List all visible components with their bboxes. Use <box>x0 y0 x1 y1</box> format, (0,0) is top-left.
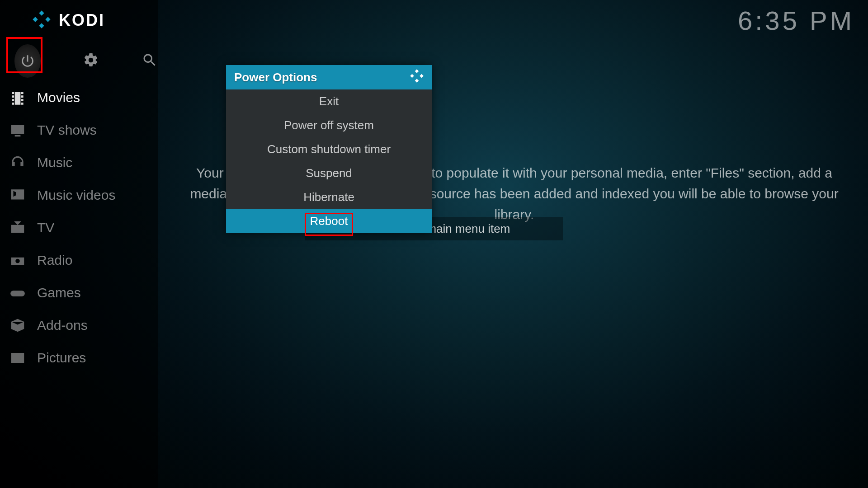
svg-rect-1 <box>33 17 38 22</box>
sidebar-item-games[interactable]: Games <box>0 277 158 309</box>
tv-antenna-icon <box>8 218 27 237</box>
svg-rect-0 <box>39 10 44 15</box>
search-icon <box>142 52 158 70</box>
power-option-hibernate[interactable]: Hibernate <box>226 185 432 209</box>
svg-rect-6 <box>420 74 423 77</box>
sidebar: KODI MoviesTV showsMusicMusic videosTVRa… <box>0 0 158 488</box>
dialog-title: Power Options <box>226 65 432 89</box>
kodi-logo-icon <box>33 10 51 30</box>
sidebar-item-pictures[interactable]: Pictures <box>0 342 158 374</box>
film-icon <box>8 88 27 107</box>
power-icon <box>14 44 41 78</box>
sidebar-item-music[interactable]: Music <box>0 146 158 179</box>
power-options-dialog: Power Options ExitPower off systemCustom… <box>226 65 432 233</box>
svg-rect-7 <box>415 79 419 82</box>
app-logo: KODI <box>0 0 158 41</box>
app-background: 6:35 PM Your library is currently empty.… <box>0 0 868 488</box>
sidebar-item-label: TV shows <box>37 122 97 138</box>
music-video-icon <box>8 186 27 205</box>
sidebar-item-tv[interactable]: TV <box>0 211 158 244</box>
sidebar-item-label: TV <box>37 220 54 235</box>
sidebar-item-label: Pictures <box>37 350 86 366</box>
dialog-title-text: Power Options <box>234 70 317 84</box>
power-option-power-off-system[interactable]: Power off system <box>226 113 432 137</box>
sidebar-item-label: Movies <box>37 90 80 105</box>
settings-button[interactable] <box>82 48 99 74</box>
power-option-exit[interactable]: Exit <box>226 89 432 113</box>
sidebar-item-label: Games <box>37 285 81 300</box>
sidebar-item-label: Add-ons <box>37 318 88 333</box>
svg-rect-2 <box>45 17 50 22</box>
app-brand-text: KODI <box>59 11 105 30</box>
power-option-reboot[interactable]: Reboot <box>226 209 432 233</box>
power-option-suspend[interactable]: Suspend <box>226 161 432 185</box>
kodi-corner-icon <box>410 69 424 86</box>
sidebar-item-movies[interactable]: Movies <box>0 81 158 114</box>
search-button[interactable] <box>141 48 158 74</box>
sidebar-item-add-ons[interactable]: Add-ons <box>0 309 158 342</box>
sidebar-item-label: Music <box>37 155 72 170</box>
radio-icon <box>8 251 27 270</box>
sidebar-item-label: Music videos <box>37 188 115 203</box>
svg-rect-5 <box>410 74 414 77</box>
sidebar-item-music-videos[interactable]: Music videos <box>0 179 158 211</box>
gamepad-icon <box>8 283 27 302</box>
svg-rect-3 <box>39 23 44 28</box>
sidebar-iconbar <box>0 41 158 81</box>
power-option-custom-shutdown-timer[interactable]: Custom shutdown timer <box>226 137 432 161</box>
sidebar-nav: MoviesTV showsMusicMusic videosTVRadioGa… <box>0 81 158 374</box>
sidebar-item-label: Radio <box>37 253 72 268</box>
gear-icon <box>83 52 99 70</box>
pictures-icon <box>8 348 27 367</box>
tv-display-icon <box>8 121 27 140</box>
sidebar-item-tv-shows[interactable]: TV shows <box>0 114 158 146</box>
svg-rect-4 <box>415 69 419 73</box>
clock: 6:35 PM <box>738 5 854 36</box>
headphones-icon <box>8 153 27 172</box>
box-icon <box>8 316 27 335</box>
power-button[interactable] <box>14 48 41 74</box>
sidebar-item-radio[interactable]: Radio <box>0 244 158 277</box>
